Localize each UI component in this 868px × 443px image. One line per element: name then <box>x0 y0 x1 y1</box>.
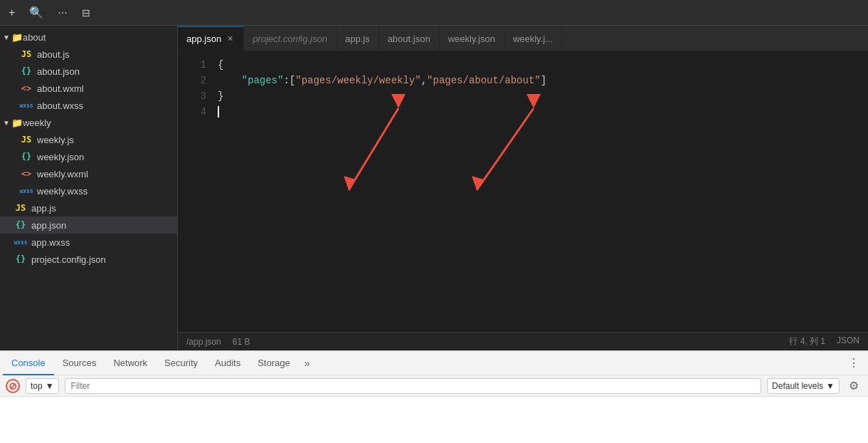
devtools-tab-sources[interactable]: Sources <box>54 351 105 375</box>
file-label: weekly.json <box>37 152 84 162</box>
json-icon: {} <box>14 253 27 266</box>
devtools-tab-console[interactable]: Console <box>3 351 54 375</box>
json-icon: {} <box>14 219 27 231</box>
sidebar: ▼ 📁 about JS about.js {} about.json <> a… <box>0 26 178 350</box>
more-tabs-icon[interactable]: » <box>299 358 316 369</box>
folder-icon: 📁 <box>11 118 23 128</box>
status-left: /app.json 61 B <box>186 337 250 347</box>
code-editor[interactable]: 1 { 2 "pages":["pages/weekly/weekly","pa… <box>178 51 868 332</box>
sidebar-item-about-wxml[interactable]: <> about.wxml <box>0 80 177 97</box>
add-icon[interactable]: + <box>6 5 18 21</box>
status-right: 行 4, 列 1 JSON <box>789 335 859 348</box>
sidebar-item-weekly-wxss[interactable]: wxss weekly.wxss <box>0 182 177 199</box>
tab-weekly-js[interactable]: weekly.j... <box>504 26 562 51</box>
tab-app-json[interactable]: app.json ✕ <box>178 26 244 51</box>
code-line-2: 2 "pages":["pages/weekly/weekly","pages/… <box>178 73 868 88</box>
line-number: 2 <box>178 73 206 88</box>
file-label: app.wxss <box>31 237 70 248</box>
file-label: about.wxml <box>37 83 84 94</box>
sidebar-item-app-json[interactable]: {} app.json <box>0 217 177 234</box>
tab-label: Storage <box>258 358 290 368</box>
sidebar-item-weekly-js[interactable]: JS weekly.js <box>0 131 177 148</box>
devtools-options-button[interactable]: ⋮ <box>842 356 865 370</box>
line-number: 1 <box>178 57 206 73</box>
tab-app-js[interactable]: app.js <box>337 26 379 51</box>
folder-weekly[interactable]: ▼ 📁 weekly <box>0 114 177 131</box>
folder-icon: 📁 <box>11 32 23 43</box>
tab-label: Audits <box>215 358 240 368</box>
json-icon: {} <box>20 150 33 163</box>
context-label: top <box>31 381 43 391</box>
devtools-tab-audits[interactable]: Audits <box>206 351 249 375</box>
sidebar-item-about-json[interactable]: {} about.json <box>0 63 177 80</box>
tab-label: weekly.j... <box>513 33 553 44</box>
sidebar-item-about-wxss[interactable]: wxss about.wxss <box>0 97 177 114</box>
dropdown-arrow-icon: ▼ <box>826 381 835 391</box>
js-icon: JS <box>14 202 27 214</box>
wxss-icon: wxss <box>20 99 33 112</box>
devtools-panel: Console Sources Network Security Audits … <box>0 350 868 443</box>
tab-label: Console <box>11 358 46 368</box>
file-label: about.js <box>37 49 70 60</box>
tabs-bar: app.json ✕ project.config.json app.js ab… <box>178 26 868 51</box>
context-selector[interactable]: top ▼ <box>26 378 59 394</box>
devtools-toolbar: ⊘ top ▼ Default levels ▼ ⚙ <box>0 375 868 397</box>
folder-about-label: about <box>23 32 46 43</box>
filter-input[interactable] <box>65 378 761 394</box>
code-line-1: 1 { <box>178 57 868 73</box>
sidebar-item-weekly-wxml[interactable]: <> weekly.wxml <box>0 165 177 182</box>
file-label: project.config.json <box>31 254 106 265</box>
sidebar-item-app-js[interactable]: JS app.js <box>0 199 177 217</box>
tab-label: about.json <box>388 33 430 44</box>
line-number: 3 <box>178 88 206 104</box>
tab-label: app.js <box>345 33 370 44</box>
folder-weekly-label: weekly <box>23 118 51 128</box>
file-label: weekly.js <box>37 135 74 145</box>
tab-label: Network <box>113 358 147 368</box>
dropdown-arrow-icon: ▼ <box>46 381 54 391</box>
tab-label: weekly.json <box>448 33 495 44</box>
more-icon[interactable]: ··· <box>55 5 70 21</box>
sidebar-item-project-config-json[interactable]: {} project.config.json <box>0 251 177 268</box>
code-line-4: 4 <box>178 104 868 120</box>
svg-line-0 <box>349 108 398 190</box>
file-label: about.json <box>37 66 80 77</box>
levels-label: Default levels <box>772 381 823 391</box>
search-icon[interactable]: 🔍 <box>26 4 46 21</box>
file-label: app.json <box>31 220 66 231</box>
svg-marker-1 <box>344 176 356 190</box>
code-content: } <box>218 88 223 104</box>
svg-line-3 <box>477 108 534 190</box>
sidebar-item-about-js[interactable]: JS about.js <box>0 46 177 63</box>
devtools-tab-security[interactable]: Security <box>156 351 206 375</box>
file-label: weekly.wxss <box>37 186 88 197</box>
line-number: 4 <box>178 104 206 120</box>
json-icon: {} <box>20 65 33 78</box>
tab-weekly-json[interactable]: weekly.json <box>440 26 504 51</box>
tab-label: app.json <box>186 33 221 44</box>
code-content <box>218 104 219 120</box>
js-icon: JS <box>20 133 33 146</box>
log-levels-selector[interactable]: Default levels ▼ <box>767 378 840 394</box>
folder-about[interactable]: ▼ 📁 about <box>0 28 177 46</box>
devtools-settings-icon[interactable]: ⚙ <box>845 377 862 395</box>
toolbar: + 🔍 ··· ⊟ <box>0 0 868 26</box>
js-icon: JS <box>20 48 33 61</box>
close-tab-icon[interactable]: ✕ <box>226 33 235 44</box>
file-label: about.wxss <box>37 100 83 111</box>
wxml-icon: <> <box>20 82 33 95</box>
file-label: weekly.wxml <box>37 169 88 179</box>
clear-console-button[interactable]: ⊘ <box>6 379 20 393</box>
toggle-panel-icon[interactable]: ⊟ <box>79 6 93 20</box>
tab-project-config-json[interactable]: project.config.json <box>244 26 337 51</box>
sidebar-item-app-wxss[interactable]: wxss app.wxss <box>0 234 177 251</box>
status-bar: /app.json 61 B 行 4, 列 1 JSON <box>178 332 868 350</box>
devtools-tab-storage[interactable]: Storage <box>249 351 299 375</box>
tab-label: project.config.json <box>253 33 327 44</box>
code-content: { <box>218 57 223 73</box>
wxml-icon: <> <box>20 167 33 180</box>
sidebar-item-weekly-json[interactable]: {} weekly.json <box>0 148 177 165</box>
devtools-tab-network[interactable]: Network <box>105 351 156 375</box>
tab-about-json[interactable]: about.json <box>379 26 440 51</box>
editor-container: app.json ✕ project.config.json app.js ab… <box>178 26 868 350</box>
